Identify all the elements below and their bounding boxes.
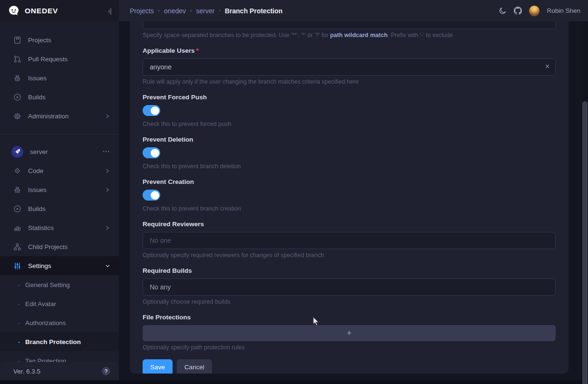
project-more-icon[interactable]: ••• xyxy=(103,149,110,154)
prevent-deletion-label: Prevent Deletion xyxy=(143,136,556,144)
dark-mode-moon-icon[interactable] xyxy=(499,7,507,15)
save-button[interactable]: Save xyxy=(143,359,173,374)
required-builds-help: Optionally choose required builds xyxy=(143,298,556,306)
sidebar-item-general-setting[interactable]: - General Setting xyxy=(0,275,119,294)
dash-icon: - xyxy=(18,338,25,346)
required-reviewers-help: Optionally specify required reviewers fo… xyxy=(143,252,556,259)
sidebar-item-label: Branch Protection xyxy=(25,338,81,346)
gear-icon xyxy=(13,112,21,120)
prevent-creation-help: Check this to prevent branch creation xyxy=(143,205,556,212)
applicable-users-input[interactable] xyxy=(143,58,556,76)
applicable-users-label: Applicable Users* xyxy=(143,47,556,55)
sidebar-item-issues[interactable]: Issues xyxy=(0,68,119,87)
sidebar-item-pull-requests[interactable]: Pull Requests xyxy=(0,49,119,68)
top-header: ONEDEV ‹| Projects • onedev • server • B… xyxy=(0,0,588,21)
project-name: server xyxy=(30,148,48,155)
book-icon xyxy=(13,36,21,44)
header-actions: Robin Shen xyxy=(499,0,588,21)
sidebar-item-label: Edit Avatar xyxy=(25,300,56,307)
prevent-deletion-toggle[interactable] xyxy=(143,147,160,158)
user-avatar[interactable] xyxy=(529,6,540,16)
pull-request-icon xyxy=(13,55,21,63)
sidebar: Projects Pull Requests Issues Builds Adm… xyxy=(0,21,119,384)
sidebar-item-settings[interactable]: Settings xyxy=(0,256,119,275)
sidebar-item-label: Pull Requests xyxy=(28,56,67,63)
page-title: Branch Protection xyxy=(225,7,282,15)
plus-icon: + xyxy=(347,329,352,337)
bar-chart-icon xyxy=(13,224,21,232)
breadcrumb-onedev[interactable]: onedev xyxy=(164,7,186,15)
sidebar-item-statistics[interactable]: Statistics xyxy=(0,218,119,237)
sidebar-item-label: Settings xyxy=(28,262,51,269)
sidebar-item-authorizations[interactable]: - Authorizations xyxy=(0,313,119,332)
sliders-icon xyxy=(13,262,21,270)
onedev-app: ONEDEV ‹| Projects • onedev • server • B… xyxy=(0,0,588,384)
bug-icon xyxy=(13,74,21,82)
play-circle-icon xyxy=(13,93,21,101)
breadcrumb-projects[interactable]: Projects xyxy=(130,7,154,15)
user-name[interactable]: Robin Shen xyxy=(547,7,580,14)
branches-help: Specify space-separated branches to be p… xyxy=(143,32,556,39)
sidebar-item-label: Child Projects xyxy=(28,243,67,250)
sitemap-icon xyxy=(13,243,21,251)
prevent-forced-push-label: Prevent Forced Push xyxy=(143,94,556,101)
brand-title: ONEDEV xyxy=(25,7,58,15)
sidebar-item-child-projects[interactable]: Child Projects xyxy=(0,237,119,256)
sidebar-item-label: Builds xyxy=(28,94,46,101)
version-label: Ver. 6.3.5 xyxy=(13,368,40,375)
prevent-creation-toggle[interactable] xyxy=(143,190,160,201)
sidebar-item-label: Projects xyxy=(28,37,51,44)
chevron-right-icon xyxy=(105,114,110,119)
add-file-protection-button[interactable]: + xyxy=(143,325,556,341)
sidebar-item-administration[interactable]: Administration xyxy=(0,106,119,125)
prevent-creation-label: Prevent Creation xyxy=(143,178,556,186)
file-protections-label: File Protections xyxy=(143,314,556,321)
help-icon[interactable]: ? xyxy=(102,367,110,375)
sidebar-item-code[interactable]: Code xyxy=(0,161,119,180)
sidebar-project-server[interactable]: server ••• xyxy=(0,142,119,161)
required-builds-label: Required Builds xyxy=(143,267,556,275)
branches-input[interactable] xyxy=(143,21,556,29)
cancel-button[interactable]: Cancel xyxy=(177,359,212,374)
sidebar-item-label: Code xyxy=(28,167,43,174)
branches-help-text: . Prefix with '-' to exclude xyxy=(387,32,453,38)
sidebar-collapse-icon[interactable]: ‹| xyxy=(108,7,111,15)
prevent-deletion-help: Check this to prevent branch deletion xyxy=(143,163,556,170)
sidebar-item-projects[interactable]: Projects xyxy=(0,30,119,49)
sidebar-item-label: Builds xyxy=(28,205,46,212)
breadcrumb: Projects • onedev • server • Branch Prot… xyxy=(119,0,499,21)
play-circle-icon xyxy=(13,205,21,213)
sidebar-item-project-issues[interactable]: Issues xyxy=(0,180,119,199)
bug-icon xyxy=(13,186,21,194)
path-wildcard-match-link[interactable]: path wildcard match xyxy=(330,32,387,38)
sidebar-item-label: Authorizations xyxy=(25,319,66,326)
breadcrumb-separator: • xyxy=(190,8,192,13)
branches-help-text: Specify space-separated branches to be p… xyxy=(143,32,330,38)
sidebar-item-builds[interactable]: Builds xyxy=(0,87,119,106)
prevent-forced-push-toggle[interactable] xyxy=(143,105,160,116)
required-builds-input[interactable] xyxy=(143,278,556,296)
sidebar-item-project-builds[interactable]: Builds xyxy=(0,199,119,218)
sidebar-item-label: Administration xyxy=(28,113,69,120)
branch-protection-form-card: Specify space-separated branches to be p… xyxy=(130,21,569,374)
dash-icon: - xyxy=(18,319,25,326)
window-bottom-edge xyxy=(0,380,588,384)
scrollbar-thumb[interactable] xyxy=(582,101,588,384)
close-icon[interactable]: × xyxy=(545,62,549,71)
toggle-knob xyxy=(151,191,159,200)
scrollbar-track[interactable] xyxy=(582,21,588,384)
chevron-right-icon xyxy=(105,225,110,230)
toggle-knob xyxy=(151,149,159,157)
required-asterisk: * xyxy=(196,47,199,54)
breadcrumb-server[interactable]: server xyxy=(196,7,215,15)
dash-icon: - xyxy=(18,281,25,288)
chevron-right-icon xyxy=(105,168,110,173)
sidebar-item-edit-avatar[interactable]: - Edit Avatar xyxy=(0,294,119,313)
dash-icon: - xyxy=(18,300,25,307)
required-reviewers-input[interactable] xyxy=(143,232,556,249)
github-icon[interactable] xyxy=(514,7,522,15)
chevron-right-icon xyxy=(105,187,110,192)
required-reviewers-label: Required Reviewers xyxy=(143,221,556,228)
toggle-knob xyxy=(151,106,159,115)
sidebar-item-branch-protection[interactable]: - Branch Protection xyxy=(0,332,119,351)
